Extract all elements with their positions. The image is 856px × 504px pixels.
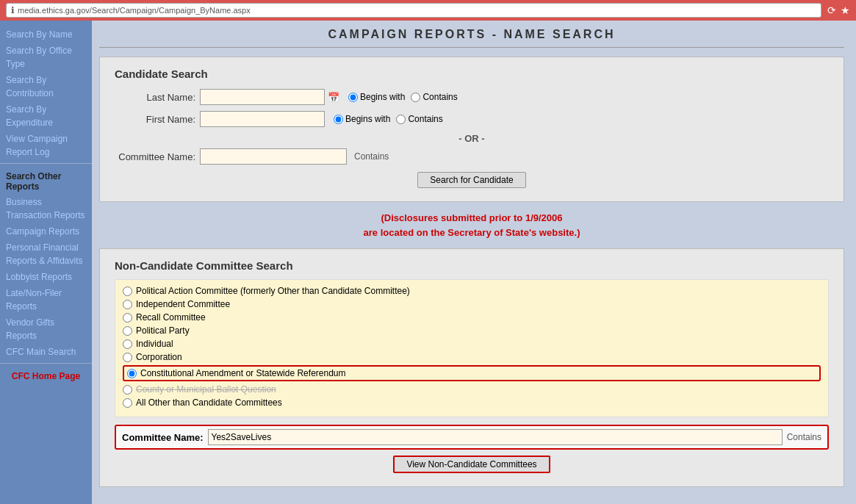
first-name-begins-with-radio[interactable] [334,115,343,124]
committee-type-individual[interactable]: Individual [123,339,821,349]
star-icon[interactable]: ★ [841,4,850,16]
search-btn-row: Search for Candidate [115,172,829,188]
last-name-row: Last Name: 📅 Begins with Contains [115,89,829,105]
nc-committee-name-input[interactable] [208,429,783,445]
committee-type-independent[interactable]: Independent Committee [123,299,821,309]
or-divider: - OR - [115,133,829,144]
sidebar-item-search-by-contribution[interactable]: Search By Contribution [0,72,92,101]
disclosure-notice: (Disclosures submitted prior to 1/9/2006… [99,211,844,240]
non-candidate-title: Non-Candidate Committee Search [115,259,829,272]
last-name-contains-radio[interactable] [411,93,420,102]
first-name-row: First Name: Begins with Contains [115,111,829,127]
sidebar-item-personal-financial[interactable]: Personal Financial Reports & Affidavits [0,240,92,269]
nc-search-btn-row: View Non-Candidate Committees [115,456,829,473]
committee-type-political-party-radio[interactable] [123,326,132,336]
last-name-radio-group: Begins with Contains [348,92,458,102]
sidebar-item-campaign-reports[interactable]: Campaign Reports [0,223,92,240]
address-text: media.ethics.ga.gov/Search/Campaign/Camp… [18,6,251,15]
committee-type-independent-radio[interactable] [123,300,132,309]
committee-type-pac-label: Political Action Committee (formerly Oth… [136,286,410,296]
committee-type-political-party[interactable]: Political Party [123,325,821,336]
committee-type-county-municipal[interactable]: County or Municipal Ballot Question [123,384,821,395]
content-area: CAMPAIGN REPORTS - NAME SEARCH Candidate… [92,21,856,504]
sidebar-divider-2 [0,363,92,364]
last-name-input[interactable] [200,89,325,105]
committee-type-independent-label: Independent Committee [136,299,230,309]
sidebar-item-business-transaction[interactable]: Business Transaction Reports [0,194,92,223]
committee-type-all-other-label: All Other than Candidate Committees [136,397,282,408]
nc-committee-name-label: Committee Name: [122,432,204,443]
browser-bar: ℹ media.ethics.ga.gov/Search/Campaign/Ca… [0,0,856,21]
committee-type-pac-radio[interactable] [123,287,132,296]
first-name-input[interactable] [200,111,325,127]
candidate-search-title: Candidate Search [115,68,829,80]
address-bar[interactable]: ℹ media.ethics.ga.gov/Search/Campaign/Ca… [6,3,821,18]
committee-name-row: Committee Name: Contains [115,148,829,165]
search-for-candidate-button[interactable]: Search for Candidate [417,172,525,188]
nc-committee-name-row: Committee Name: Contains [115,425,829,450]
view-non-candidate-committees-button[interactable]: View Non-Candidate Committees [393,456,550,473]
cfc-home-page-link[interactable]: CFC Home Page [0,367,92,386]
committee-type-individual-label: Individual [136,339,173,349]
committee-name-label: Committee Name: [115,151,195,162]
committee-type-county-municipal-radio[interactable] [123,385,132,395]
committee-contains-text: Contains [354,151,389,162]
calendar-icon[interactable]: 📅 [328,92,339,103]
committee-type-all-other[interactable]: All Other than Candidate Committees [123,397,821,408]
sidebar-item-lobbyist-reports[interactable]: Lobbyist Reports [0,269,92,285]
sidebar-item-search-by-name[interactable]: Search By Name [0,26,92,43]
last-name-label: Last Name: [115,92,195,103]
committee-type-constitutional-label: Constitutional Amendment or Statewide Re… [140,368,346,378]
last-name-begins-with-label[interactable]: Begins with [348,92,405,102]
nc-contains-label: Contains [787,432,821,442]
committee-type-constitutional-radio[interactable] [127,369,137,378]
candidate-search-box: Candidate Search Last Name: 📅 Begins wit… [99,57,844,202]
disclosure-line2: are located on the Secretary of State's … [99,226,844,240]
committee-type-constitutional[interactable]: Constitutional Amendment or Statewide Re… [123,365,821,381]
sidebar-divider [0,163,92,164]
committee-type-list: Political Action Committee (formerly Oth… [115,279,829,417]
committee-type-individual-radio[interactable] [123,339,132,349]
committee-type-pac[interactable]: Political Action Committee (formerly Oth… [123,286,821,296]
committee-type-corporation-radio[interactable] [123,353,132,362]
first-name-label: First Name: [115,114,195,125]
last-name-contains-label[interactable]: Contains [411,92,457,102]
sidebar-item-search-by-office-type[interactable]: Search By Office Type [0,43,92,72]
last-name-input-wrapper: 📅 [200,89,339,105]
first-name-contains-label[interactable]: Contains [396,114,442,124]
info-icon: ℹ [11,5,15,15]
first-name-begins-with-label[interactable]: Begins with [334,114,390,124]
committee-type-all-other-radio[interactable] [123,398,132,408]
sidebar-section-header: Search Other Reports [0,167,92,194]
sidebar-item-view-campaign-report-log[interactable]: View Campaign Report Log [0,131,92,160]
committee-type-recall-radio[interactable] [123,313,132,323]
browser-icons: ⟳ ★ [827,4,850,16]
committee-type-county-municipal-label: County or Municipal Ballot Question [136,384,276,395]
disclosure-line1: (Disclosures submitted prior to 1/9/2006 [99,211,844,226]
first-name-contains-radio[interactable] [396,115,406,124]
committee-type-corporation-label: Corporation [136,352,182,362]
sidebar-item-cfc-main-search[interactable]: CFC Main Search [0,344,92,360]
committee-type-recall[interactable]: Recall Committee [123,312,821,323]
sidebar-item-vendor-gifts[interactable]: Vendor Gifts Reports [0,314,92,344]
first-name-input-wrapper [200,111,325,127]
refresh-icon[interactable]: ⟳ [827,4,836,16]
committee-type-corporation[interactable]: Corporation [123,352,821,362]
last-name-begins-with-radio[interactable] [348,93,358,102]
page-title: CAMPAIGN REPORTS - NAME SEARCH [99,28,844,48]
sidebar-item-late-non-filer[interactable]: Late/Non-Filer Reports [0,285,92,314]
committee-type-political-party-label: Political Party [136,325,190,336]
committee-type-recall-label: Recall Committee [136,312,206,323]
page-wrapper: Search By Name Search By Office Type Sea… [0,21,856,504]
committee-name-input[interactable] [200,148,347,165]
first-name-radio-group: Begins with Contains [334,114,443,124]
sidebar: Search By Name Search By Office Type Sea… [0,21,92,504]
non-candidate-search-box: Non-Candidate Committee Search Political… [99,248,844,487]
sidebar-item-search-by-expenditure[interactable]: Search By Expenditure [0,101,92,131]
